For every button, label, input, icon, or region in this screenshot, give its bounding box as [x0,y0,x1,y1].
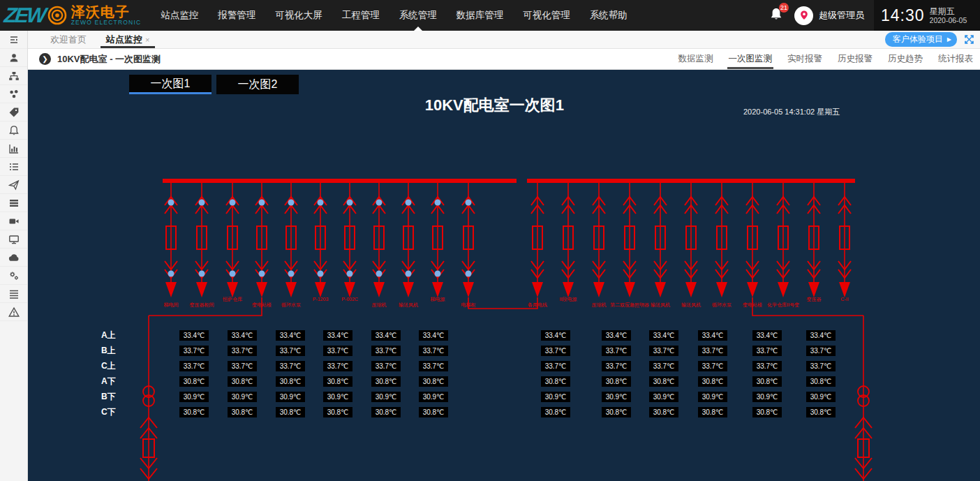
section-link-realtime-alarm[interactable]: 实时报警 [787,49,822,69]
menu-item-visual-management[interactable]: 可视化管理 [513,0,580,31]
section-link-data-monitor[interactable]: 数据监测 [678,49,713,69]
temp-row-label: C上 [101,361,125,371]
temp-cell: 33.7℃ [323,346,352,356]
sidebar-item-cogs[interactable] [0,267,27,285]
temp-cell: 33.4℃ [752,330,782,341]
temp-cell: 33.4℃ [371,330,401,341]
sidebar-item-sitemap[interactable] [0,67,27,85]
section-link-history-trend[interactable]: 历史趋势 [888,49,923,69]
brand-name-en: ZEWO ELECTRONIC [71,19,142,26]
video-camera-icon [8,216,20,227]
temp-cell: 30.8℃ [419,376,448,387]
sidebar-item-monitor[interactable] [0,230,27,249]
main-menu: 站点监控报警管理可视化大屏工程管理系统管理数据库管理可视化管理系统帮助 [151,0,637,31]
temp-cell: 30.8℃ [276,376,305,387]
sidebar-item-tag[interactable] [0,103,27,121]
sidebar-item-bar-chart[interactable] [0,140,27,158]
temp-cell: 30.8℃ [179,407,209,417]
close-tab-icon[interactable]: × [145,36,149,44]
temp-cell: 33.7℃ [419,361,448,371]
temp-cell: 30.8℃ [323,407,352,417]
tab-label: 站点监控 [106,34,142,45]
nodes-icon [8,89,20,100]
temp-cell: 30.9℃ [419,392,448,402]
sidebar-item-user[interactable] [0,49,27,67]
temp-cell: 33.7℃ [698,361,727,371]
temp-cell: 30.8℃ [602,376,631,387]
temp-cell: 33.4℃ [602,330,631,341]
temp-cell: 33.4℃ [323,330,352,341]
section-link-statistic-report[interactable]: 统计报表 [938,49,973,69]
temp-cell: 33.7℃ [419,346,448,356]
brand-name-cn: 泽沃电子 [71,5,142,19]
tag-icon [8,107,20,118]
avatar[interactable] [794,6,813,25]
sidebar-item-list[interactable] [0,158,27,176]
menu-item-big-screen[interactable]: 可视化大屏 [265,0,332,31]
sidebar-item-menu[interactable] [0,285,27,303]
breadcrumb: 10KV配电室 - 一次图监测 [57,53,161,66]
menu-item-project-management[interactable]: 工程管理 [332,0,389,31]
menu-item-alarm-management[interactable]: 报警管理 [208,0,265,31]
expand-circle-icon[interactable]: ❯ [39,53,51,65]
temp-cell: 30.9℃ [179,392,209,402]
tab-welcome[interactable]: 欢迎首页 [40,31,96,48]
project-pill[interactable]: 客户体验项目 ▶ [885,32,957,47]
temp-cell: 33.7℃ [602,346,631,356]
temp-cell: 30.8℃ [752,376,782,387]
temp-cell: 30.8℃ [228,407,257,417]
temperature-table: A上33.4℃33.4℃33.4℃33.4℃33.4℃33.4℃33.4℃33.… [28,70,980,481]
temp-cell: 30.9℃ [323,392,352,402]
temp-cell: 30.9℃ [371,392,401,402]
temp-cell: 33.4℃ [276,330,305,341]
tab-site-monitor[interactable]: 站点监控× [96,31,159,48]
temp-cell: 33.7℃ [649,346,678,356]
section-link-history-alarm[interactable]: 历史报警 [838,49,873,69]
tab-label: 欢迎首页 [50,34,87,45]
menu-item-site-monitor[interactable]: 站点监控 [151,0,208,31]
sidebar-item-collapse-menu[interactable] [0,31,27,49]
temp-row-label: A下 [101,376,125,387]
project-pill-label: 客户体验项目 [893,34,943,45]
monitor-icon [8,234,20,245]
section-link-single-line-monitor[interactable]: 一次图监测 [729,49,773,69]
temp-cell: 33.7℃ [806,361,836,371]
menu-item-system-management[interactable]: 系统管理 [389,0,447,31]
temp-cell: 30.9℃ [602,392,631,402]
notifications-button[interactable]: 21 [769,6,783,24]
temp-cell: 30.8℃ [323,376,352,387]
temp-cell: 30.8℃ [419,407,448,417]
username[interactable]: 超级管理员 [819,9,864,22]
sidebar-item-cloud[interactable] [0,249,27,267]
menu-item-system-help[interactable]: 系统帮助 [580,0,637,31]
temp-cell: 30.8℃ [179,376,209,387]
temp-cell: 33.7℃ [228,346,257,356]
temp-cell: 33.7℃ [276,361,305,371]
sidebar-item-nodes[interactable] [0,85,27,103]
temp-cell: 33.4℃ [698,330,727,341]
sidebar-item-layers[interactable] [0,194,27,212]
temp-cell: 33.7℃ [179,346,209,356]
sidebar-item-video-camera[interactable] [0,212,27,230]
list-icon [8,161,20,172]
temp-cell: 33.4℃ [649,330,678,341]
temp-cell: 30.9℃ [649,392,678,402]
temp-cell: 30.9℃ [806,392,836,402]
temp-cell: 33.7℃ [371,361,401,371]
temp-cell: 30.9℃ [228,392,257,402]
temp-cell: 30.9℃ [752,392,782,402]
layers-icon [8,198,20,209]
sidebar-item-bell[interactable] [0,121,27,140]
sidebar-item-warning[interactable] [0,303,27,321]
menu-item-database-management[interactable]: 数据库管理 [447,0,514,31]
breadcrumb-row: ❯ 10KV配电室 - 一次图监测 数据监测一次图监测实时报警历史报警历史趋势统… [28,49,980,70]
temp-cell: 30.8℃ [602,407,631,417]
temp-cell: 30.8℃ [276,407,305,417]
logo-mark: ZEW [3,5,45,26]
temp-cell: 33.7℃ [228,361,257,371]
sidebar-item-send[interactable] [0,176,27,194]
fullscreen-icon[interactable] [964,34,974,45]
temp-cell: 33.4℃ [179,330,209,341]
temp-cell: 33.7℃ [276,346,305,356]
warning-icon [8,306,20,318]
